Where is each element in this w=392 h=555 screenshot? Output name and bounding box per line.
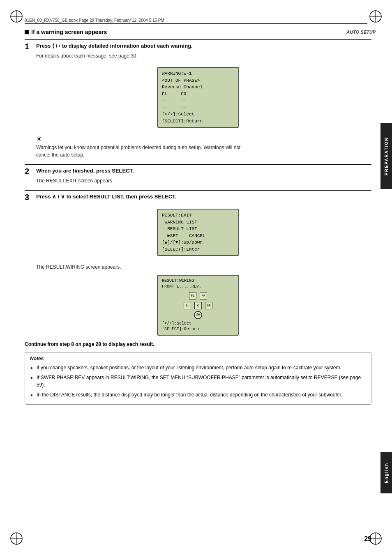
lcd-line-6: -- -- xyxy=(162,104,234,111)
section-icon xyxy=(25,30,29,34)
continue-text: Continue from step 8 on page 28 to displ… xyxy=(25,341,371,347)
tip-icon: ☀ xyxy=(36,135,371,143)
step-3-number: 3 xyxy=(25,193,32,201)
section-heading-text: If a warning screen appears xyxy=(31,29,107,35)
lcd-line-2: <OUT OF PHASE> xyxy=(162,77,234,84)
lcd-screen-1-wrapper: WARNING:W-1 <OUT OF PHASE> Reverse Chann… xyxy=(25,64,371,131)
step-1-title: Press ⟨ / › to display detailed informat… xyxy=(36,42,193,50)
lcd-screen-3: RESULT:WIRING FRONT L.....REV. FL FR SL … xyxy=(157,275,239,336)
step-3: 3 Press ∧ / ∨ to select RESULT LIST, the… xyxy=(25,190,371,336)
file-info: 01EN_00_RXV750_GB.book Page 29 Thursday,… xyxy=(25,18,164,23)
lcd-line-1: WARNING:W-1 xyxy=(162,70,234,77)
corner-mark-tl xyxy=(8,8,25,25)
side-tab-english: English xyxy=(380,452,392,493)
lcd2-line-1: RESULT:EXIT xyxy=(162,212,234,219)
wiring-center-row: SL C SR xyxy=(162,302,234,309)
lcd-line-5: -- -- xyxy=(162,97,234,104)
page-number: 29 xyxy=(364,535,371,543)
note-item-1: If you change speakers, speaker position… xyxy=(37,364,366,371)
main-content: If a warning screen appears 1 Press ⟨ / … xyxy=(25,25,371,530)
wiring-sub-row: SW xyxy=(162,311,234,319)
wiring-controls2: [SELECT]:Return xyxy=(162,327,234,332)
lcd-screen-2-wrapper: RESULT:EXIT WARNING LIST → RESULT LIST ►… xyxy=(25,205,371,259)
step-2-body-text: The RESULT:EXIT screen appears. xyxy=(36,178,113,184)
step-3-header: 3 Press ∧ / ∨ to select RESULT LIST, the… xyxy=(25,190,371,201)
lcd-line-4: FL FR xyxy=(162,91,234,98)
lcd-line-7: [</›]:Select xyxy=(162,111,234,118)
file-metadata: 01EN_00_RXV750_GB.book Page 29 Thursday,… xyxy=(25,18,367,24)
wiring-controls1: [</›]:Select xyxy=(162,321,234,327)
notes-title: Notes xyxy=(30,356,366,362)
step-1-body-text: For details about each message, see page… xyxy=(36,53,138,59)
lcd2-line-2: WARNING LIST xyxy=(162,219,234,226)
lcd-line-8: [SELECT]:Return xyxy=(162,118,234,125)
step-1-body: For details about each message, see page… xyxy=(36,52,371,60)
step-2-number: 2 xyxy=(25,167,32,175)
speaker-sr: SR xyxy=(205,302,212,309)
lcd2-line-3: → RESULT LIST xyxy=(162,226,234,233)
note-item-3: In the DISTANCE results, the distance di… xyxy=(37,391,366,398)
wiring-diagram-row: FL FR xyxy=(162,292,234,299)
speaker-sub: SW xyxy=(194,311,202,319)
step-2-header: 2 When you are finished, press SELECT. xyxy=(25,164,371,175)
step-1-header: 1 Press ⟨ / › to display detailed inform… xyxy=(25,39,371,51)
lcd2-line-5: [▲]/[▼]:Up/Down xyxy=(162,239,234,246)
step-2-body: The RESULT:EXIT screen appears. xyxy=(36,177,371,184)
wiring-line1: FRONT L.....REV. xyxy=(162,284,234,290)
corner-mark-bl xyxy=(8,530,25,547)
speaker-fr: FR xyxy=(200,292,207,299)
lcd-line-3: Reverse Channel xyxy=(162,84,234,91)
lcd2-line-4: ►SET CANCEL xyxy=(162,233,234,240)
speaker-fl: FL xyxy=(189,292,196,299)
tip-text: Warnings let you know about potential pr… xyxy=(36,144,250,159)
step-1: 1 Press ⟨ / › to display detailed inform… xyxy=(25,39,371,159)
section-heading: If a warning screen appears xyxy=(25,29,371,35)
side-tab-preparation: PREPARATION xyxy=(380,123,392,189)
step-1-number: 1 xyxy=(25,42,32,51)
notes-list: If you change speakers, speaker position… xyxy=(30,364,366,398)
step-3-title: Press ∧ / ∨ to select RESULT LIST, then … xyxy=(36,193,176,200)
lcd-screen-2: RESULT:EXIT WARNING LIST → RESULT LIST ►… xyxy=(157,209,239,256)
lcd-screen-3-wrapper: RESULT:WIRING FRONT L.....REV. FL FR SL … xyxy=(25,275,371,336)
step-3-after-text: The RESULT:WIRING screen appears. xyxy=(36,263,371,271)
corner-mark-tr xyxy=(367,8,384,25)
step-2: 2 When you are finished, press SELECT. T… xyxy=(25,164,371,184)
step-2-title: When you are finished, press SELECT. xyxy=(36,167,134,175)
lcd2-line-6: [SELECT]:Enter xyxy=(162,246,234,253)
wiring-title: RESULT:WIRING xyxy=(162,278,234,284)
note-item-2: If SWFR PHASE:REV appears in RESULT:WIRI… xyxy=(37,374,366,389)
lcd-screen-1: WARNING:W-1 <OUT OF PHASE> Reverse Chann… xyxy=(157,67,239,128)
page-wrapper: 01EN_00_RXV750_GB.book Page 29 Thursday,… xyxy=(0,0,392,555)
notes-box: Notes If you change speakers, speaker po… xyxy=(25,352,371,405)
speaker-c: C xyxy=(194,302,202,309)
speaker-sl: SL xyxy=(184,302,191,309)
